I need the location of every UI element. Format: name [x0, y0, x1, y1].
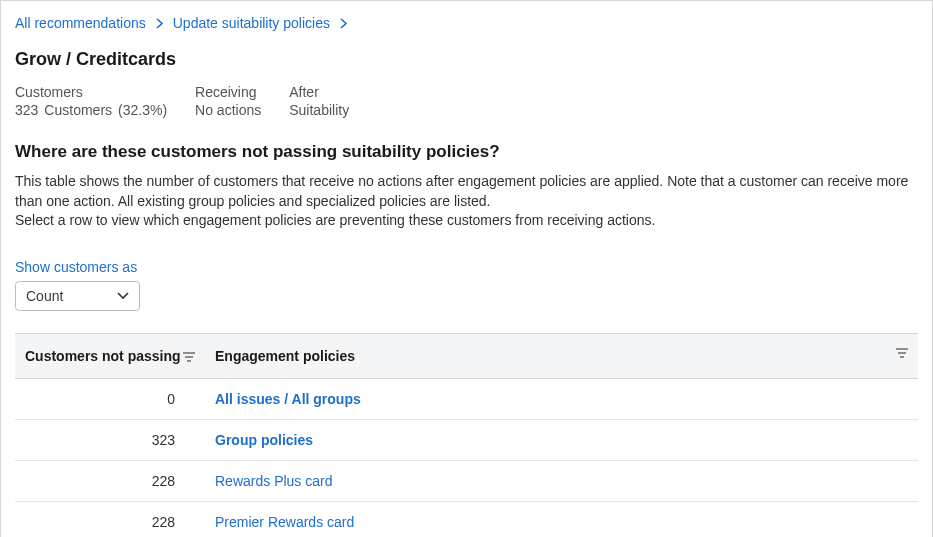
- stat-customers: Customers 323 Customers (32.3%): [15, 84, 167, 118]
- table-header-row: Customers not passing Engagement policie…: [15, 333, 918, 378]
- stat-receiving-value: No actions: [195, 102, 261, 118]
- breadcrumb: All recommendations Update suitability p…: [15, 15, 918, 31]
- stat-customers-unit: Customers: [44, 102, 112, 118]
- policy-link-premier-rewards[interactable]: Premier Rewards card: [215, 514, 354, 530]
- row-policy: Group policies: [205, 419, 918, 460]
- row-count: 228: [15, 460, 205, 501]
- policies-table: Customers not passing Engagement policie…: [15, 333, 918, 537]
- chevron-right-icon: [156, 18, 163, 29]
- policy-link-all-issues[interactable]: All issues / All groups: [215, 391, 361, 407]
- show-customers-select[interactable]: Count: [15, 281, 140, 311]
- stat-customers-count: 323: [15, 102, 38, 118]
- row-count: 228: [15, 501, 205, 537]
- stat-after-value: Suitability: [289, 102, 349, 118]
- page-title: Grow / Creditcards: [15, 49, 918, 70]
- table-header-policy[interactable]: Engagement policies: [205, 333, 918, 378]
- table-row[interactable]: 323 Group policies: [15, 419, 918, 460]
- row-policy: All issues / All groups: [205, 378, 918, 419]
- section-description: This table shows the number of customers…: [15, 172, 918, 231]
- filter-icon: [183, 352, 195, 362]
- stat-after: After Suitability: [289, 84, 349, 118]
- policy-link-rewards-plus[interactable]: Rewards Plus card: [215, 473, 333, 489]
- stat-customers-label: Customers: [15, 84, 167, 100]
- breadcrumb-update-suitability-policies[interactable]: Update suitability policies: [173, 15, 330, 31]
- stats-row: Customers 323 Customers (32.3%) Receivin…: [15, 84, 918, 118]
- stat-customers-pct: (32.3%): [118, 102, 167, 118]
- table-header-count[interactable]: Customers not passing: [15, 333, 205, 378]
- table-row[interactable]: 0 All issues / All groups: [15, 378, 918, 419]
- policy-link-group-policies[interactable]: Group policies: [215, 432, 313, 448]
- row-count: 323: [15, 419, 205, 460]
- stat-receiving-label: Receiving: [195, 84, 261, 100]
- breadcrumb-all-recommendations[interactable]: All recommendations: [15, 15, 146, 31]
- filter-icon: [896, 348, 908, 358]
- show-customers-selected: Count: [26, 288, 63, 304]
- row-policy: Premier Rewards card: [205, 501, 918, 537]
- table-header-policy-label: Engagement policies: [215, 348, 355, 364]
- section-desc-line1: This table shows the number of customers…: [15, 173, 908, 209]
- section-desc-line2: Select a row to view which engagement po…: [15, 212, 655, 228]
- stat-after-label: After: [289, 84, 349, 100]
- page-container: All recommendations Update suitability p…: [0, 0, 933, 537]
- row-policy: Rewards Plus card: [205, 460, 918, 501]
- table-row[interactable]: 228 Rewards Plus card: [15, 460, 918, 501]
- section-heading: Where are these customers not passing su…: [15, 142, 918, 162]
- table-row[interactable]: 228 Premier Rewards card: [15, 501, 918, 537]
- chevron-right-icon: [340, 18, 347, 29]
- stat-receiving: Receiving No actions: [195, 84, 261, 118]
- chevron-down-icon: [117, 292, 129, 300]
- row-count: 0: [15, 378, 205, 419]
- stat-customers-value: 323 Customers (32.3%): [15, 102, 167, 118]
- table-header-count-label: Customers not passing: [25, 348, 181, 364]
- show-customers-label: Show customers as: [15, 259, 918, 275]
